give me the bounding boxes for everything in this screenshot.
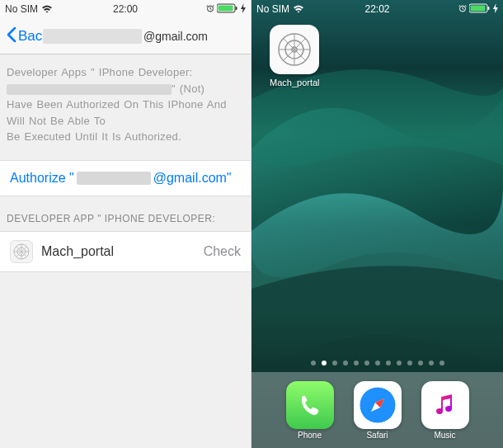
dock-label: Safari [354,431,402,440]
page-dot [407,361,412,365]
dock-label: Phone [286,431,334,440]
page-dot [375,361,380,365]
dock-label: Music [421,431,469,440]
app-row[interactable]: Mach_portal Check [0,231,251,272]
safari-icon [354,381,402,429]
dock-app-phone[interactable]: Phone [286,381,334,440]
page-indicator[interactable] [252,361,503,365]
app-mach-portal[interactable]: Mach_portal [270,25,320,87]
section-header: DEVELOPER APP " IPHONE DEVELOPER: [0,196,251,231]
redacted-email-prefix [77,172,151,185]
dock: Phone Safari Music [252,372,503,448]
time-label: 22:02 [252,3,503,15]
music-icon [421,381,469,429]
app-status-label: Check [204,244,241,259]
back-chevron-icon[interactable] [7,25,16,48]
home-screen: No SIM 22:02 Mach_portal [252,0,503,448]
app-name-label: Mach_portal [41,244,114,259]
page-dot [418,361,423,365]
nav-bar: Back @gmail.com [0,18,251,54]
page-dot [386,361,391,365]
status-bar: No SIM 22:02 [252,0,503,18]
settings-profile-screen: No SIM 22:00 Back @gmail.com [0,0,252,448]
app-label: Mach_portal [270,78,320,87]
status-bar: No SIM 22:00 [0,0,251,18]
dock-app-safari[interactable]: Safari [354,381,402,440]
page-dot [332,361,337,365]
developer-info-text: Developer Apps " IPhone Developer: " (No… [0,54,251,160]
redacted-developer-name [7,84,172,95]
phone-icon [286,381,334,429]
page-dot [429,361,434,365]
page-dot-active [322,361,327,365]
time-label: 22:00 [0,3,251,15]
page-dot [440,361,444,365]
page-dot [343,361,348,365]
authorize-button[interactable]: Authorize " @gmail.com" [0,160,251,196]
dock-app-music[interactable]: Music [421,381,469,440]
page-dot [354,361,359,365]
page-dot [364,361,369,365]
page-title: @gmail.com [143,30,208,43]
page-dot [311,361,316,365]
page-dot [397,361,402,365]
back-button[interactable]: Back [18,28,49,45]
mach-portal-icon [270,25,319,74]
app-mini-icon [10,240,33,263]
redacted-email-prefix [43,29,142,44]
